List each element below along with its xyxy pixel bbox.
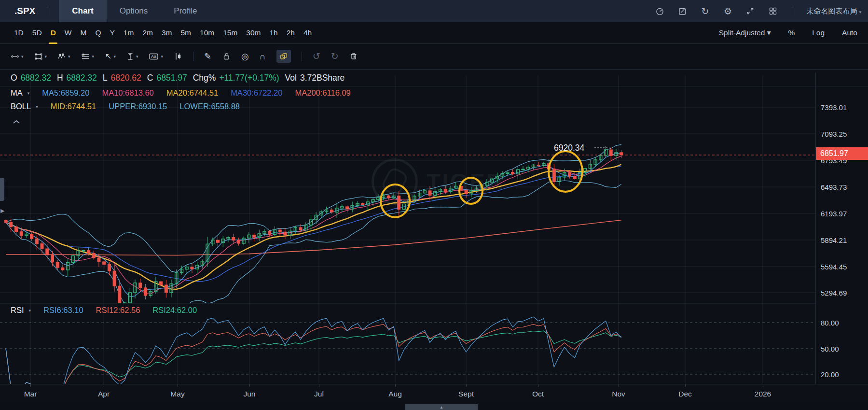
timeframe-30m[interactable]: 30m (242, 22, 265, 43)
timeframe-10m[interactable]: 10m (195, 22, 219, 43)
left-panel-expander-icon[interactable]: ▶ (0, 208, 4, 214)
timeframe-1h[interactable]: 1h (265, 22, 282, 43)
refresh-icon[interactable]: ↻ (700, 6, 710, 16)
boll-indicator-row[interactable]: BOLL▾MID:6744.51UPPER:6930.15LOWER:6558.… (11, 102, 240, 111)
time-axis-label: Sept (458, 390, 474, 398)
header-divider (47, 7, 47, 15)
tab-options[interactable]: Options (107, 0, 161, 22)
timeframe-q[interactable]: Q (91, 22, 105, 43)
trend-line-tool[interactable]: ▾ (11, 52, 24, 61)
timeframe-5d[interactable]: 5D (28, 22, 46, 43)
chevron-down-icon: ▾ (136, 54, 138, 59)
indicator-title: MA▾ (11, 88, 29, 98)
candle-pattern-tool[interactable] (174, 52, 182, 61)
tab-chart[interactable]: Chart (59, 0, 106, 22)
rsi-indicator-row[interactable]: RSI▾RSI6:63.10RSI12:62.56RSI24:62.00 (11, 306, 197, 315)
timeframe-items: 1D5DDWMQY1m2m3m5m10m15m30m1h2h4h (0, 22, 316, 43)
magnet-tool[interactable]: ∩ (260, 52, 266, 61)
measure-tool[interactable]: ▾ (126, 52, 138, 61)
indicator-value-0: MA5:6859.20 (42, 88, 89, 98)
indicator-value-2: LOWER:6558.88 (179, 102, 240, 111)
header-bar: .SPX ChartOptionsProfile ↻ ⚙ 未命名图表布局▾ (0, 0, 868, 22)
wave-pattern-tool[interactable]: ▾ (57, 52, 70, 61)
price-axis-label: 5294.69 (821, 289, 847, 297)
chevron-down-icon: ▾ (161, 54, 163, 59)
collapse-chevron-icon[interactable] (13, 117, 20, 126)
gauge-icon[interactable] (655, 6, 664, 16)
time-axis-tick (178, 384, 178, 387)
delete-drawing-button[interactable] (349, 52, 358, 61)
gear-icon[interactable]: ⚙ (723, 6, 732, 16)
header-icons: ↻ ⚙ 未命名图表布局▾ (655, 6, 861, 16)
indicator-value-1: RSI12:62.56 (96, 306, 140, 315)
time-axis-tick (395, 384, 396, 387)
timeframe-m[interactable]: M (76, 22, 91, 43)
indicator-value-4: MA200:6116.09 (295, 88, 350, 98)
price-axis-label: 7393.01 (821, 103, 847, 112)
redo-button[interactable]: ↻ (331, 52, 339, 61)
timeframe-d[interactable]: D (46, 22, 60, 43)
chart-display-options: Split-Adjusted ▾%LogAuto (719, 28, 857, 37)
drawing-toolbar: ▾ ▾ ▾ G ▾ ↖ ▾ ▾ Aa ▾ ✎ ◎ ∩ ↺ (0, 43, 868, 70)
adjust-mode-dropdown[interactable]: Split-Adjusted ▾ (719, 28, 771, 37)
chevron-down-icon: ▾ (113, 54, 116, 59)
indicator-title: RSI▾ (11, 306, 31, 315)
edit-icon[interactable] (677, 6, 687, 16)
rsi-axis-label: 80.00 (821, 319, 839, 327)
undo-button[interactable]: ↺ (313, 52, 320, 61)
grid-layout-icon[interactable] (768, 6, 778, 16)
log-scale-toggle[interactable]: Log (812, 28, 825, 37)
layout-name-dropdown[interactable]: 未命名图表布局▾ (806, 7, 861, 16)
symbol-label: .SPX (14, 6, 35, 16)
tab-profile[interactable]: Profile (161, 0, 210, 22)
rectangle-tool[interactable]: ▾ (34, 52, 47, 61)
chevron-down-icon: ▾ (21, 54, 24, 59)
grid-layer (0, 75, 815, 384)
time-axis[interactable]: MarAprMayJunJulAugSeptOctNovDec2026 (0, 384, 868, 402)
timeframe-2m[interactable]: 2m (138, 22, 157, 43)
brush-tool[interactable]: ✎ (204, 52, 211, 61)
link-drawings-tool[interactable] (276, 50, 291, 63)
timeframe-5m[interactable]: 5m (176, 22, 195, 43)
svg-text:Aa: Aa (151, 54, 156, 59)
chevron-down-icon: ▾ (859, 10, 861, 14)
time-axis-tick (466, 384, 467, 387)
price-chart-canvas[interactable] (0, 72, 815, 384)
gann-lines-tool[interactable]: G ▾ (81, 52, 95, 61)
timeframe-1m[interactable]: 1m (119, 22, 138, 43)
percent-scale-toggle[interactable]: % (788, 28, 795, 37)
bottom-panel-handle[interactable]: ▲ (405, 404, 478, 410)
ma-indicator-row[interactable]: MA▾MA5:6859.20MA10:6813.60MA20:6744.51MA… (11, 88, 351, 98)
rsi-axis-label: 20.00 (821, 370, 839, 379)
time-axis-tick (319, 384, 319, 387)
indicator-value-0: MID:6744.51 (51, 102, 96, 111)
fullscreen-icon[interactable] (745, 6, 755, 16)
timeframe-2h[interactable]: 2h (282, 22, 299, 43)
time-axis-label: Aug (388, 390, 402, 398)
chevron-down-icon: ▾ (36, 104, 38, 109)
chevron-down-icon: ▾ (28, 91, 30, 96)
arrow-tool[interactable]: ↖ ▾ (105, 52, 116, 60)
chevron-down-icon: ▾ (45, 54, 47, 59)
chart-app: .SPX ChartOptionsProfile ↻ ⚙ 未命名图表布局▾ 1D… (0, 0, 868, 410)
timeframe-y[interactable]: Y (105, 22, 119, 43)
time-axis-label: Nov (612, 390, 625, 398)
time-axis-label: Mar (24, 390, 37, 398)
timeframe-3m[interactable]: 3m (157, 22, 177, 43)
time-axis-label: Jul (314, 390, 324, 398)
timeframe-4h[interactable]: 4h (299, 22, 316, 43)
price-axis-label: 6193.97 (821, 210, 847, 218)
toolbar-divider (193, 52, 193, 61)
circle-marker-tool[interactable]: ◎ (241, 52, 249, 61)
timeframe-15m[interactable]: 15m (219, 22, 242, 43)
timeframe-1d[interactable]: 1D (10, 22, 28, 43)
timeframe-w[interactable]: W (60, 22, 76, 43)
circle-annotations-layer (381, 151, 582, 217)
auto-scale-toggle[interactable]: Auto (842, 28, 857, 37)
left-scrollbar-thumb[interactable] (0, 178, 4, 201)
high-price-annotation[interactable]: 6920.34 (554, 143, 584, 153)
chevron-down-icon: ▾ (29, 308, 31, 313)
text-label-tool[interactable]: Aa ▾ (149, 52, 163, 61)
lock-tool[interactable] (222, 52, 231, 61)
svg-text:G: G (82, 53, 84, 57)
